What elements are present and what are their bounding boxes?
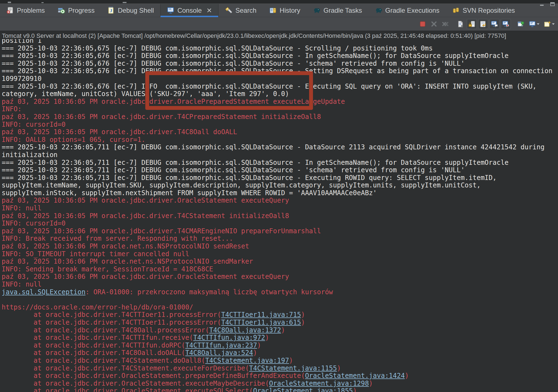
clipped-ui-fragment [8, 2, 11, 3]
stack-trace-link[interactable]: OracleStatement.java:1424 [305, 372, 405, 380]
console-text: ) [253, 349, 257, 357]
console-line: at oracle.jdbc.driver.OracleStatement.pr… [2, 372, 558, 380]
tab-svn-repositories[interactable]: SVN Repositories [446, 4, 521, 17]
view-window-controls [539, 1, 556, 7]
tab-gradle-executions[interactable]: Gradle Executions [369, 4, 446, 17]
console-text: INFO: OALL8 options=1 065, cursor=1. [2, 136, 145, 144]
console-process-title: Tomcat v9.0 Server at localhost (2) [Apa… [2, 32, 506, 39]
show-on-stderr-button[interactable] [501, 19, 511, 29]
stack-trace-link[interactable]: java.sql.SQLException [2, 288, 85, 296]
console-text: at oracle.jdbc.driver.T4CTTIoer11.proces… [2, 319, 221, 326]
stack-trace-link[interactable]: T4CStatement.java:1155 [249, 364, 337, 372]
console-text: === 2025-10-03 22:36:05,713 [ec-7] DEBUG… [2, 174, 497, 182]
clipped-ui-fragment [123, 2, 127, 3]
show-on-stdout-button[interactable] [489, 19, 499, 29]
stack-trace-link[interactable]: OracleStatement.java:1855 [253, 387, 353, 392]
tab-console[interactable]: Console [160, 4, 219, 17]
scroll-lock-button[interactable] [467, 19, 477, 29]
console-text: at oracle.jdbc.driver.OracleStatement.ex… [2, 387, 253, 392]
console-text: INFO: cursorId=0 [2, 219, 65, 227]
display-selected-console-button[interactable] [527, 19, 541, 29]
close-console-tab-icon[interactable] [206, 8, 212, 13]
tab-problems[interactable]: Problems [0, 4, 51, 17]
tab-label: Search [235, 7, 256, 14]
console-text: initialization [2, 151, 57, 159]
console-text: at oracle.jdbc.driver.OracleStatement.ex… [2, 380, 269, 387]
console-line: paź 03, 2025 10:36:06 PM oracle.jdbc.dri… [2, 227, 558, 235]
remove-all-launches-button[interactable] [440, 19, 450, 29]
console-text: at oracle.jdbc.driver.T4CStatement.doOal… [2, 357, 205, 364]
terminate-button[interactable] [418, 19, 428, 29]
stack-trace-link[interactable]: T4CTTIfun.java:972 [193, 334, 265, 341]
stack-trace-link[interactable]: T4CTTIoer11.java:615 [221, 319, 301, 326]
console-process-header: Tomcat v9.0 Server at localhost (2) [Apa… [0, 31, 558, 39]
dropdown-arrow-icon[interactable] [552, 23, 555, 25]
maximize-icon[interactable] [549, 1, 556, 7]
console-line: 1099720910 [2, 75, 558, 83]
console-line: https://docs.oracle.com/error-help/db/or… [2, 304, 558, 311]
console-text: at oracle.jdbc.driver.OracleStatement.pr… [2, 372, 305, 380]
stack-trace-link[interactable]: T4CTTIoer11.java:715 [221, 311, 301, 319]
pin-console-button[interactable] [516, 19, 526, 29]
tab-search[interactable]: Search [219, 4, 263, 17]
console-text: INFO: cursorId=0 [2, 121, 65, 128]
console-line: paź 03, 2025 10:36:06 PM oracle.jdbc.dri… [2, 273, 558, 281]
clear-console-button[interactable] [456, 19, 465, 29]
console-log[interactable]: position 1=== 2025-10-03 22:36:05,675 [e… [0, 37, 558, 392]
console-line: === 2025-10-03 22:36:05,711 [ec-7] DEBUG… [2, 144, 558, 151]
console-text: at oracle.jdbc.driver.T4CStatement.execu… [2, 364, 249, 372]
console-text: paź 03, 2025 10:36:05 PM oracle.jdbc.dri… [2, 212, 289, 220]
tab-label: Gradle Tasks [323, 7, 362, 14]
console-line: at oracle.jdbc.driver.T4CTTIoer11.proces… [2, 311, 558, 319]
stack-trace-link[interactable]: T4C8Oall.java:524 [185, 349, 253, 357]
tab-gradle-tasks[interactable]: Gradle Tasks [307, 4, 369, 17]
stack-trace-link[interactable]: T4CTTIfun.java:237 [185, 341, 257, 349]
console-icon [167, 7, 174, 14]
console-text: INFO: null [2, 280, 42, 288]
console-line: === 2025-10-03 22:36:05,711 [ec-7] DEBUG… [2, 159, 558, 167]
stack-trace-link[interactable]: OracleStatement.java:1298 [269, 380, 369, 387]
tab-debug-shell[interactable]: JDebug Shell [101, 4, 160, 17]
console-text: paź 03, 2025 10:36:06 PM oracle.net.ns.N… [2, 258, 253, 265]
console-text: INFO: SO_TIMEOUT interrupt timer cancell… [2, 250, 189, 258]
console-line: INFO: null [2, 281, 558, 288]
console-text: https://docs.oracle.com/error-help/db/or… [2, 303, 193, 311]
console-line: paź 03, 2025 10:36:06 PM oracle.net.ns.N… [2, 258, 558, 266]
minimize-icon[interactable] [539, 1, 545, 7]
top-edge-sliver [0, 0, 558, 4]
stack-trace-link[interactable]: T4C8Oall.java:1372 [209, 326, 281, 334]
tab-history[interactable]: History [263, 4, 307, 17]
stack-trace-link[interactable]: T4CStatement.java:197 [205, 357, 289, 364]
open-console-icon [544, 20, 551, 28]
console-text: === 2025-10-03 22:36:05,711 [ec-7] DEBUG… [2, 166, 465, 174]
console-line: === 2025-10-03 22:36:05,676 [ec-7] INFO … [2, 83, 558, 91]
console-line: INFO: cursorId=0 [2, 220, 558, 227]
console-text: at oracle.jdbc.driver.T4CTTIfun.receive( [2, 334, 193, 341]
console-text: === 2025-10-03 22:36:05,711 [ec-7] DEBUG… [2, 143, 544, 151]
console-line: INFO: OALL8 options=1 065, cursor=1. [2, 136, 558, 144]
console-text: ) [281, 326, 285, 334]
console-text: paź 03, 2025 10:36:06 PM oracle.net.ns.N… [2, 242, 249, 250]
console-text: at oracle.jdbc.driver.T4CTTIoer11.proces… [2, 311, 221, 319]
console-line: paź 03, 2025 10:36:05 PM oracle.jdbc.dri… [2, 197, 558, 205]
console-text: ) [405, 372, 409, 380]
open-console-button[interactable] [543, 19, 556, 29]
tab-label: History [280, 7, 300, 14]
dropdown-arrow-icon[interactable] [536, 23, 540, 25]
console-line: paź 03, 2025 10:36:05 PM oracle.jdbc.dri… [2, 98, 558, 106]
console-line: initialization [2, 151, 558, 159]
console-line: at oracle.jdbc.driver.T4C8Oall.processEr… [2, 327, 558, 334]
word-wrap-button[interactable] [478, 19, 488, 29]
console-line: java.sql.SQLException: ORA-01000: przekr… [2, 288, 558, 296]
tab-progress[interactable]: Progress [51, 4, 101, 17]
console-text: ) [369, 380, 373, 387]
console-line: at oracle.jdbc.driver.T4CTTIfun.receive(… [2, 334, 558, 342]
console-line: supplyItem.inStock, supplyItem.nextShipm… [2, 189, 558, 197]
remove-launch-button[interactable] [429, 19, 439, 29]
console-line: INFO: [2, 105, 558, 113]
console-line: INFO: SO_TIMEOUT interrupt timer cancell… [2, 250, 558, 258]
console-line: INFO: null [2, 205, 558, 212]
console-text: supplyItem.inStock, supplyItem.nextShipm… [2, 189, 377, 197]
console-line: at oracle.jdbc.driver.T4CStatement.execu… [2, 365, 558, 372]
console-text: at oracle.jdbc.driver.T4C8Oall.doOALL( [2, 349, 185, 357]
